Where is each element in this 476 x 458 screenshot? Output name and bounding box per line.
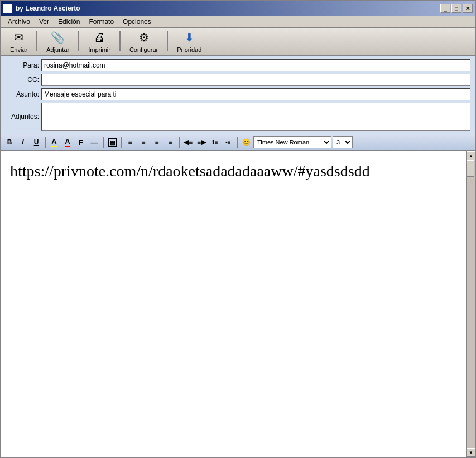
line-btn[interactable]: — [88, 136, 100, 148]
send-label: Enviar [10, 46, 27, 53]
attach-label: Adjuntos: [6, 113, 39, 120]
paperclip-icon: 📎 [50, 30, 66, 45]
bold-button[interactable]: B [3, 136, 16, 148]
font-color-button[interactable]: A [61, 136, 74, 148]
subject-row: Asunto: [6, 88, 470, 100]
fmt-sep-3 [121, 137, 122, 148]
titlebar: ✉ by Leandro Ascierto _ □ ✕ [1, 1, 475, 16]
main-toolbar: ✉ Enviar 📎 Adjuntar 🖨 Imprimir ⚙ Configu… [1, 28, 475, 56]
minimize-button[interactable]: _ [440, 4, 450, 13]
ordered-list-icon: 1≡ [211, 139, 218, 146]
to-label: Para: [6, 61, 39, 69]
editor-area: https://privnote.com/n/rdaoketsadadadaaa… [1, 151, 475, 457]
fmt-sep-5 [237, 137, 238, 148]
align-center-icon: ≡ [141, 138, 145, 146]
font-family-select[interactable]: Times New Roman Arial Verdana Courier Ne… [253, 136, 331, 148]
window-title: by Leandro Ascierto [16, 4, 80, 12]
outdent-icon: ◀≡ [184, 138, 193, 146]
toolbar-sep-4 [167, 31, 168, 51]
font-family-button[interactable]: F [75, 136, 87, 148]
config-button[interactable]: ⚙ Configurar [125, 27, 162, 55]
priority-icon: ⬇ [181, 30, 197, 45]
line-icon: — [91, 138, 98, 147]
cc-row: CC: [6, 74, 470, 86]
send-icon: ✉ [11, 30, 27, 45]
toolbar-sep-1 [36, 31, 37, 51]
gear-icon: ⚙ [136, 30, 152, 45]
bg-color-icon: A [51, 137, 56, 147]
fmt-sep-2 [103, 137, 104, 148]
subject-input[interactable] [41, 88, 470, 100]
align-justify-icon: ≡ [168, 138, 172, 146]
table-icon: ▦ [108, 138, 117, 147]
to-input[interactable] [41, 59, 470, 71]
menu-archivo[interactable]: Archivo [3, 17, 35, 27]
emoji-button[interactable]: 😊 [240, 136, 252, 148]
config-label: Configurar [129, 46, 158, 53]
print-button[interactable]: 🖨 Imprimir [84, 27, 115, 55]
toolbar-sep-2 [78, 31, 79, 51]
bg-color-button[interactable]: A [48, 136, 60, 148]
align-left-button[interactable]: ≡ [124, 136, 136, 148]
scroll-track[interactable] [467, 160, 475, 448]
unordered-list-icon: •≡ [225, 139, 230, 146]
menu-ver[interactable]: Ver [35, 17, 54, 27]
font-color-icon: A [65, 137, 70, 147]
titlebar-controls: _ □ ✕ [440, 4, 473, 13]
cc-input[interactable] [41, 74, 470, 86]
compose-form: Para: CC: Asunto: Adjuntos: [1, 56, 475, 134]
app-icon: ✉ [3, 4, 12, 13]
indent-button[interactable]: ≡▶ [195, 136, 208, 148]
scroll-down-button[interactable]: ▼ [467, 448, 475, 457]
italic-button[interactable]: I [17, 136, 29, 148]
scroll-thumb[interactable] [467, 160, 474, 177]
emoji-icon: 😊 [242, 138, 251, 146]
titlebar-left: ✉ by Leandro Ascierto [3, 4, 80, 13]
indent-icon: ≡▶ [197, 138, 206, 146]
print-label: Imprimir [88, 46, 110, 53]
priority-label: Prioridad [177, 46, 201, 53]
align-right-button[interactable]: ≡ [151, 136, 163, 148]
ordered-list-button[interactable]: 1≡ [209, 136, 221, 148]
format-toolbar: B I U A A F — ▦ ≡ ≡ ≡ ≡ [1, 134, 475, 151]
outdent-button[interactable]: ◀≡ [182, 136, 194, 148]
main-window: ✉ by Leandro Ascierto _ □ ✕ Archivo Ver … [0, 0, 476, 458]
menu-formato[interactable]: Formato [84, 17, 118, 27]
cc-label: CC: [6, 76, 39, 84]
send-button[interactable]: ✉ Enviar [6, 27, 32, 55]
menu-edicion[interactable]: Edición [54, 17, 84, 27]
to-row: Para: [6, 59, 470, 71]
underline-button[interactable]: U [30, 136, 42, 148]
attach-button[interactable]: 📎 Adjuntar [42, 27, 74, 55]
toolbar-sep-3 [119, 31, 121, 51]
font-size-select[interactable]: 1 2 3 4 5 6 7 [333, 136, 353, 148]
unordered-list-button[interactable]: •≡ [222, 136, 234, 148]
subject-label: Asunto: [6, 90, 39, 98]
font-family-icon: F [79, 138, 83, 147]
attach-label: Adjuntar [46, 46, 69, 53]
maximize-button[interactable]: □ [451, 4, 461, 13]
scroll-up-button[interactable]: ▲ [467, 151, 475, 160]
editor-content[interactable]: https://privnote.com/n/rdaoketsadadadaaa… [1, 151, 466, 457]
align-right-icon: ≡ [155, 138, 158, 146]
fmt-sep-4 [179, 137, 180, 148]
align-left-icon: ≡ [128, 138, 132, 146]
align-center-button[interactable]: ≡ [137, 136, 150, 148]
priority-button[interactable]: ⬇ Prioridad [172, 27, 206, 55]
close-button[interactable]: ✕ [463, 4, 473, 13]
scrollbar: ▲ ▼ [466, 151, 475, 457]
fmt-sep-1 [45, 137, 46, 148]
attachments-area [41, 103, 470, 131]
attach-row: Adjuntos: [6, 103, 470, 131]
printer-icon: 🖨 [92, 30, 107, 45]
align-justify-button[interactable]: ≡ [164, 136, 176, 148]
table-button[interactable]: ▦ [106, 136, 118, 148]
menu-opciones[interactable]: Opciones [118, 17, 156, 27]
menubar: Archivo Ver Edición Formato Opciones [1, 16, 475, 28]
